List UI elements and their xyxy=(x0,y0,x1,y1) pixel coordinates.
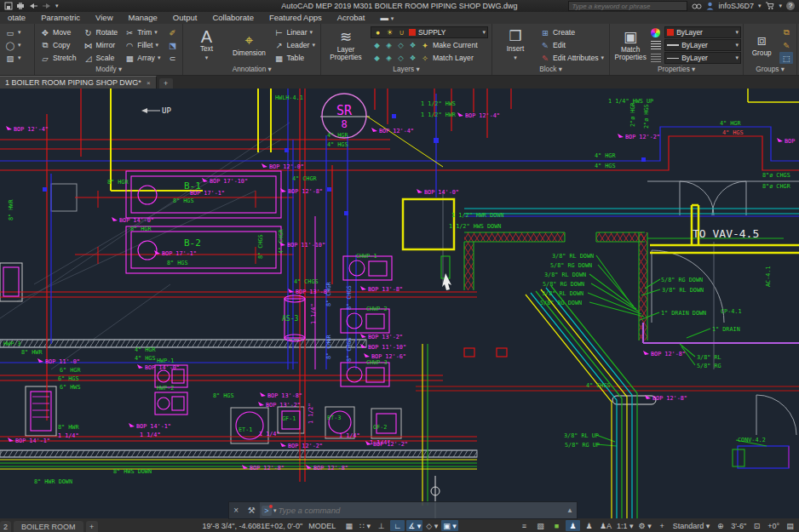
insert-button[interactable]: ❒Insert▾ xyxy=(496,26,535,65)
group-button[interactable]: ⧈Group xyxy=(747,26,776,65)
user-dropdown-icon[interactable]: ▾ xyxy=(758,3,762,9)
ribbon-display-toggle-icon[interactable]: ▬ ▾ xyxy=(373,12,402,25)
plot-icon[interactable] xyxy=(16,2,25,10)
default-elevation[interactable]: 3'-6" xyxy=(729,520,748,531)
infer-constraints-toggle[interactable]: ⊥ xyxy=(374,520,388,531)
layout-tab-boiler-room[interactable]: BOILER ROOM xyxy=(14,521,83,532)
scale-button[interactable]: ◿Scale xyxy=(82,52,120,64)
app-store-cart-icon[interactable] xyxy=(765,2,774,10)
dimension-button[interactable]: ⌖Dimension xyxy=(229,26,268,65)
units-globe[interactable]: ⊕ xyxy=(713,520,727,531)
linetype-dropdown[interactable]: ByLayer▾ xyxy=(664,52,741,64)
command-input[interactable] xyxy=(277,505,564,516)
panel-label-properties[interactable]: Properties ▾ xyxy=(610,65,743,75)
layout-tab-partial[interactable]: 2 xyxy=(0,521,11,532)
array-button[interactable]: ▦Array▾ xyxy=(123,52,162,64)
new-layout-button[interactable]: + xyxy=(86,521,98,532)
object-color-dropdown[interactable]: ByLayer▾ xyxy=(664,26,741,38)
isolate-objects[interactable]: ⊡ xyxy=(750,520,764,531)
model-space-button[interactable]: MODEL xyxy=(305,522,339,530)
panel-label-annotation[interactable]: Annotation ▾ xyxy=(183,65,320,75)
rotate-button[interactable]: ↻Rotate xyxy=(82,26,120,38)
signed-in-user[interactable]: infoSJ6D7 xyxy=(718,2,754,10)
rotation-angle[interactable]: +0° xyxy=(766,520,781,531)
command-tools-icon[interactable]: ⚒ xyxy=(248,506,256,515)
selection-cycling-toggle[interactable]: ■ xyxy=(549,520,564,531)
tab-featured-apps[interactable]: Featured Apps xyxy=(262,12,330,24)
stretch-button[interactable]: ▱Stretch xyxy=(38,52,78,64)
group-selection-toggle[interactable]: ⬚ xyxy=(779,52,793,64)
ungroup-button[interactable]: ⧉ xyxy=(779,26,793,38)
linear-button[interactable]: ⊢Linear▾ xyxy=(272,26,317,38)
hatch-tool-button[interactable]: ▨▾ xyxy=(3,52,23,64)
file-tab-close-icon[interactable]: × xyxy=(147,79,151,87)
tab-annotate[interactable]: otate xyxy=(0,12,33,24)
undo-icon[interactable] xyxy=(28,2,38,10)
cart-dropdown-icon[interactable]: ▾ xyxy=(779,3,782,9)
move-button[interactable]: ✥Move xyxy=(38,26,78,38)
trim-button[interactable]: ✂Trim▾ xyxy=(123,26,162,38)
lineweight-dropdown[interactable]: ByLayer▾ xyxy=(664,39,741,51)
layer-dropdown[interactable]: ● ☀ ∪ SUPPLY ▾ xyxy=(371,26,488,38)
tab-manage[interactable]: Manage xyxy=(121,12,165,24)
qat-dropdown-icon[interactable]: ▾ xyxy=(55,3,59,9)
rectangle-tool-button[interactable]: ▭▾ xyxy=(3,26,23,38)
tab-acrobat[interactable]: Acrobat xyxy=(330,12,373,24)
fillet-button[interactable]: ◠Fillet▾ xyxy=(123,39,162,51)
tab-parametric[interactable]: Parametric xyxy=(33,12,88,24)
ortho-toggle[interactable]: ∟ xyxy=(390,520,405,531)
polar-tracking-toggle[interactable]: ∡ ▾ xyxy=(406,520,422,531)
customization[interactable]: ▤ xyxy=(783,520,797,531)
make-current-button[interactable]: ◆◈◇❖ ✦Make Current xyxy=(371,39,488,51)
tab-collaborate[interactable]: Collaborate xyxy=(204,12,262,24)
transparency-toggle[interactable]: ▧ xyxy=(533,520,548,531)
drawing-canvas[interactable]: UPHWLH-4.1SR81 1/2" HWS1 1/2" HWRBOP 12'… xyxy=(0,89,799,518)
panel-label-layers[interactable]: Layers ▾ xyxy=(321,65,491,75)
new-drawing-tab-button[interactable]: + xyxy=(159,78,173,89)
tab-view[interactable]: View xyxy=(88,12,120,24)
panel-label-block[interactable]: Block ▾ xyxy=(492,65,609,75)
save-icon[interactable] xyxy=(4,2,13,10)
snap-toggle[interactable]: ∷ ▾ xyxy=(358,520,372,531)
color-wheel-icon[interactable] xyxy=(651,28,660,37)
osnap-toggle[interactable]: ▣ ▾ xyxy=(441,520,458,531)
match-properties-button[interactable]: ▣Match Properties xyxy=(613,26,647,65)
sign-in-avatar-icon[interactable] xyxy=(706,2,714,10)
explode-button[interactable]: ⬔ xyxy=(165,39,179,51)
command-line[interactable]: × ⚒ > ▾ ▲ xyxy=(228,501,578,519)
annotation-scale-monitor[interactable]: ♟A xyxy=(598,520,613,531)
annotation-scale-value[interactable]: 1:1 ▾ xyxy=(615,520,635,531)
workspace-switching[interactable]: ⚙ ▾ xyxy=(637,520,653,531)
match-layer-button[interactable]: ◆◈◇❖ ✧Match Layer xyxy=(371,52,488,64)
help-icon[interactable]: ? xyxy=(786,2,795,10)
isodraft-toggle[interactable]: ◇ ▾ xyxy=(424,520,440,531)
cad-drawing[interactable]: UPHWLH-4.1SR81 1/2" HWS1 1/2" HWRBOP 12'… xyxy=(0,89,799,518)
tab-output[interactable]: Output xyxy=(165,12,205,24)
table-button[interactable]: ▦Table xyxy=(272,52,317,64)
layer-properties-button[interactable]: ≋Layer Properties xyxy=(325,26,367,65)
redo-icon[interactable] xyxy=(42,2,52,10)
command-close-icon[interactable]: × xyxy=(233,506,239,515)
ellipse-tool-button[interactable]: ◯▾ xyxy=(3,39,23,51)
lineweight-toggle[interactable]: ≡ xyxy=(517,520,532,531)
erase-button[interactable]: ✐ xyxy=(165,26,179,38)
panel-label-modify[interactable]: Modify ▾ xyxy=(35,65,182,75)
lineweight-icon[interactable] xyxy=(651,41,661,49)
annotation-autoscale-toggle[interactable]: ♟ xyxy=(582,520,596,531)
edit-block-button[interactable]: ✎Edit xyxy=(538,39,606,51)
edit-attributes-button[interactable]: ✎Edit Attributes▾ xyxy=(538,52,606,64)
help-search-input[interactable] xyxy=(568,1,687,11)
annotation-monitor[interactable]: + xyxy=(655,520,670,531)
panel-label-groups[interactable]: Groups ▾ xyxy=(744,65,796,75)
command-expand-icon[interactable]: ▲ xyxy=(563,506,577,514)
file-tab-active[interactable]: 1 BOILER ROOM PIPING SHOP DWG* × xyxy=(0,76,157,89)
mirror-button[interactable]: ⋈Mirror xyxy=(82,39,120,51)
copy-button[interactable]: ⧉Copy xyxy=(38,39,78,51)
grid-toggle[interactable]: ▦ xyxy=(342,520,356,531)
text-button[interactable]: AText▾ xyxy=(187,26,226,65)
group-edit-button[interactable]: ✎ xyxy=(779,39,793,51)
annotation-visibility-toggle[interactable]: ♟ xyxy=(566,520,580,531)
offset-button[interactable]: ⊂ xyxy=(165,52,179,64)
command-prompt-icon[interactable]: > xyxy=(262,506,272,516)
leader-button[interactable]: ↗Leader▾ xyxy=(272,39,317,51)
